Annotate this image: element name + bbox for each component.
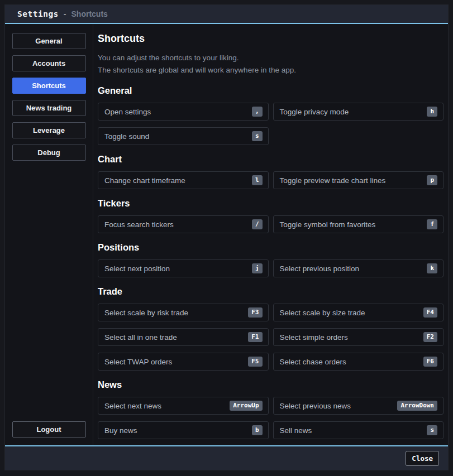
shortcut-row-select-twap-orders[interactable]: Select TWAP orders F5 xyxy=(98,353,269,371)
shortcut-label: Select previous news xyxy=(280,402,351,410)
shortcut-key-badge[interactable]: F1 xyxy=(248,332,262,342)
shortcut-label: Toggle symbol from favorites xyxy=(280,220,376,229)
shortcut-key-badge[interactable]: h xyxy=(427,107,437,117)
shortcut-label: Select all in one trade xyxy=(104,333,177,342)
dialog-titlebar: Settings - Shortcuts xyxy=(5,5,448,24)
shortcut-key-badge[interactable]: F4 xyxy=(423,307,437,318)
close-button[interactable]: Close xyxy=(406,451,439,466)
dialog-title: Settings xyxy=(17,9,59,18)
sidebar-item-leverage[interactable]: Leverage xyxy=(12,122,86,138)
shortcut-row-toggle-symbol-from-favorites[interactable]: Toggle symbol from favorites f xyxy=(273,215,444,233)
sidebar-item-debug[interactable]: Debug xyxy=(12,145,86,161)
section-rows-trade: Select scale by risk trade F3 Select sca… xyxy=(98,304,444,371)
shortcut-row-select-all-in-one-trade[interactable]: Select all in one trade F1 xyxy=(98,328,269,346)
section-rows-general: Open settings , Toggle privacy mode h To… xyxy=(98,103,444,145)
shortcut-row-select-previous-position[interactable]: Select previous position k xyxy=(273,259,444,277)
shortcut-label: Open settings xyxy=(104,108,151,116)
shortcut-key-badge[interactable]: F6 xyxy=(423,357,437,367)
section-title-trade: Trade xyxy=(98,286,444,297)
shortcut-row-buy-news[interactable]: Buy news b xyxy=(98,421,269,439)
shortcuts-panel: Shortcuts You can adjust the shortcuts t… xyxy=(93,24,448,445)
shortcut-key-badge[interactable]: ArrowUp xyxy=(230,401,262,411)
dialog-subtitle: Shortcuts xyxy=(71,9,108,18)
shortcut-row-select-simple-orders[interactable]: Select simple orders F2 xyxy=(273,328,444,346)
settings-dialog: Settings - Shortcuts General Accounts Sh… xyxy=(4,4,449,470)
shortcut-label: Select simple orders xyxy=(280,333,348,342)
shortcut-key-badge[interactable]: , xyxy=(252,107,263,117)
shortcut-key-badge[interactable]: F3 xyxy=(248,307,262,318)
shortcut-label: Buy news xyxy=(104,426,137,435)
shortcut-row-toggle-privacy-mode[interactable]: Toggle privacy mode h xyxy=(273,103,444,121)
section-title-positions: Positions xyxy=(98,242,444,253)
shortcut-row-toggle-preview-trade-chart-lines[interactable]: Toggle preview trade chart lines p xyxy=(273,171,444,189)
shortcut-key-badge[interactable]: s xyxy=(252,131,263,141)
shortcut-key-badge[interactable]: k xyxy=(427,263,437,273)
section-title-news: News xyxy=(98,379,444,390)
shortcut-label: Change chart timeframe xyxy=(104,176,185,185)
shortcut-key-badge[interactable]: f xyxy=(427,219,437,229)
shortcut-key-badge[interactable]: F2 xyxy=(423,332,437,342)
shortcut-row-sell-news[interactable]: Sell news s xyxy=(273,421,444,439)
section-title-general: General xyxy=(98,85,444,96)
shortcut-row-focus-search-tickers[interactable]: Focus search tickers / xyxy=(98,215,269,233)
shortcut-row-select-next-position[interactable]: Select next position j xyxy=(98,259,269,277)
shortcut-key-badge[interactable]: l xyxy=(252,175,263,185)
sidebar-item-accounts[interactable]: Accounts xyxy=(12,55,86,71)
shortcut-label: Select chase orders xyxy=(280,358,346,366)
shortcut-row-select-scale-by-size-trade[interactable]: Select scale by size trade F4 xyxy=(273,304,444,321)
shortcut-label: Select previous position xyxy=(280,265,360,273)
shortcut-key-badge[interactable]: p xyxy=(427,175,437,185)
section-rows-chart: Change chart timeframe l Toggle preview … xyxy=(98,171,444,189)
shortcut-label: Focus search tickers xyxy=(104,220,174,229)
description-line-2: The shortcuts are global and will work a… xyxy=(98,64,444,76)
page-description: You can adjust the shortcuts to your lik… xyxy=(98,52,444,76)
shortcut-row-select-scale-by-risk-trade[interactable]: Select scale by risk trade F3 xyxy=(98,304,269,321)
settings-sidebar: General Accounts Shortcuts News trading … xyxy=(5,24,93,445)
description-line-1: You can adjust the shortcuts to your lik… xyxy=(98,52,444,64)
shortcut-label: Select scale by size trade xyxy=(280,309,365,317)
shortcut-row-select-chase-orders[interactable]: Select chase orders F6 xyxy=(273,353,444,371)
shortcut-label: Select next position xyxy=(104,265,170,273)
shortcut-key-badge[interactable]: j xyxy=(252,263,263,273)
section-rows-news: Select next news ArrowUp Select previous… xyxy=(98,397,444,439)
shortcut-label: Sell news xyxy=(280,426,312,435)
shortcut-key-badge[interactable]: / xyxy=(252,219,263,229)
shortcut-row-select-next-news[interactable]: Select next news ArrowUp xyxy=(98,397,269,415)
title-separator: - xyxy=(64,9,66,18)
sidebar-item-general[interactable]: General xyxy=(12,33,86,49)
shortcut-label: Toggle privacy mode xyxy=(280,108,349,116)
shortcut-row-change-chart-timeframe[interactable]: Change chart timeframe l xyxy=(98,171,269,189)
shortcut-label: Select scale by risk trade xyxy=(104,309,188,317)
section-title-tickers: Tickers xyxy=(98,198,444,209)
section-rows-tickers: Focus search tickers / Toggle symbol fro… xyxy=(98,215,444,233)
shortcut-label: Select TWAP orders xyxy=(104,358,172,366)
shortcut-key-badge[interactable]: F5 xyxy=(248,357,262,367)
dialog-footer: Close xyxy=(5,445,448,470)
shortcut-row-open-settings[interactable]: Open settings , xyxy=(98,103,269,121)
shortcut-key-badge[interactable]: b xyxy=(252,425,263,435)
sidebar-item-shortcuts[interactable]: Shortcuts xyxy=(12,78,86,94)
logout-button[interactable]: Logout xyxy=(12,421,86,437)
shortcut-key-badge[interactable]: ArrowDown xyxy=(397,401,437,411)
shortcut-label: Select next news xyxy=(104,402,161,410)
section-rows-positions: Select next position j Select previous p… xyxy=(98,259,444,277)
shortcut-key-badge[interactable]: s xyxy=(427,425,437,435)
page-title: Shortcuts xyxy=(98,33,444,45)
shortcut-label: Toggle sound xyxy=(104,132,149,141)
shortcut-label: Toggle preview trade chart lines xyxy=(280,176,386,185)
shortcut-row-select-previous-news[interactable]: Select previous news ArrowDown xyxy=(273,397,444,415)
shortcut-row-toggle-sound[interactable]: Toggle sound s xyxy=(98,127,269,145)
section-title-chart: Chart xyxy=(98,154,444,165)
sidebar-item-news-trading[interactable]: News trading xyxy=(12,100,86,116)
